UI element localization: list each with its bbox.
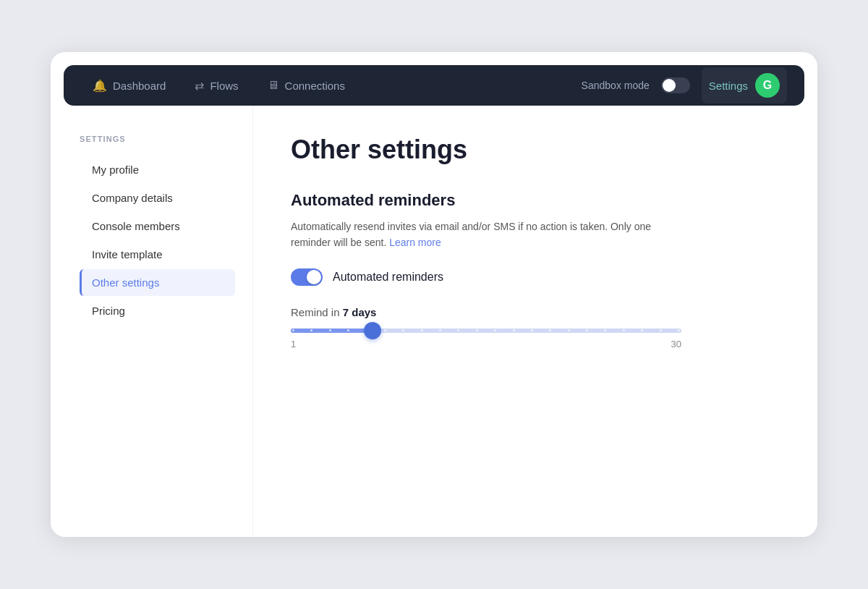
nav-right: Sandbox mode Settings G xyxy=(582,67,787,103)
sandbox-toggle[interactable] xyxy=(661,77,690,93)
sidebar-item-my-profile[interactable]: My profile xyxy=(80,156,235,183)
main-content: Other settings Automated reminders Autom… xyxy=(253,106,817,537)
page-title: Other settings xyxy=(291,135,780,165)
sidebar-item-invite-template[interactable]: Invite template xyxy=(80,241,235,268)
flows-icon: ⇄ xyxy=(195,79,204,93)
automated-reminders-toggle-row: Automated reminders xyxy=(291,268,780,286)
sidebar-item-company-details[interactable]: Company details xyxy=(80,185,235,211)
slider-minmax: 1 30 xyxy=(291,339,681,349)
toggle-blue-knob xyxy=(307,270,321,284)
slider-container: 1 30 xyxy=(291,329,681,349)
automated-reminders-toggle[interactable] xyxy=(291,268,323,286)
slider-min: 1 xyxy=(291,339,296,349)
sandbox-label: Sandbox mode xyxy=(582,80,650,91)
nav-settings[interactable]: Settings G xyxy=(702,67,787,103)
avatar: G xyxy=(755,73,780,98)
section-desc: Automatically resend invites via email a… xyxy=(291,219,667,251)
toggle-label: Automated reminders xyxy=(333,271,443,284)
slider-max: 30 xyxy=(671,339,681,349)
sidebar-item-other-settings[interactable]: Other settings xyxy=(80,269,235,296)
sidebar-item-pricing[interactable]: Pricing xyxy=(80,297,235,324)
sidebar: SETTINGS My profile Company details Cons… xyxy=(51,106,253,537)
section-title: Automated reminders xyxy=(291,191,780,210)
body: SETTINGS My profile Company details Cons… xyxy=(51,106,817,537)
learn-more-link[interactable]: Learn more xyxy=(389,237,441,248)
sidebar-item-console-members[interactable]: Console members xyxy=(80,213,235,240)
settings-label: Settings xyxy=(709,80,748,92)
sidebar-items: My profile Company details Console membe… xyxy=(80,156,235,324)
main-card: 🔔 Dashboard ⇄ Flows 🖥 Connections Sandbo… xyxy=(51,52,817,537)
remind-days-value: 7 days xyxy=(343,306,377,318)
connections-icon: 🖥 xyxy=(268,79,279,92)
nav-connections-label: Connections xyxy=(285,80,345,92)
top-nav: 🔔 Dashboard ⇄ Flows 🖥 Connections Sandbo… xyxy=(64,65,804,106)
nav-dashboard[interactable]: 🔔 Dashboard xyxy=(81,73,177,98)
sidebar-section-label: SETTINGS xyxy=(80,135,235,143)
nav-connections[interactable]: 🖥 Connections xyxy=(256,73,357,98)
nav-flows-label: Flows xyxy=(210,80,238,92)
nav-items: 🔔 Dashboard ⇄ Flows 🖥 Connections xyxy=(81,73,582,98)
remind-label: Remind in 7 days xyxy=(291,306,780,318)
dashboard-icon: 🔔 xyxy=(93,79,107,93)
nav-dashboard-label: Dashboard xyxy=(113,80,166,92)
nav-flows[interactable]: ⇄ Flows xyxy=(183,73,250,98)
slider-track xyxy=(291,329,681,333)
